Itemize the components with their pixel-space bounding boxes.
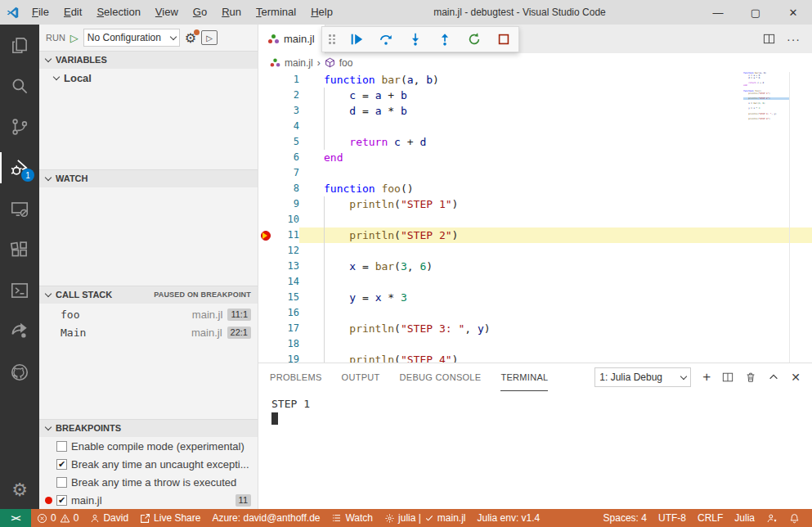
code-line-9[interactable]: 9 println("STEP 1") xyxy=(258,196,812,212)
debug-settings-gear-icon[interactable]: ⚙ xyxy=(185,30,196,46)
breakpoint-checkbox[interactable]: ✔ xyxy=(56,459,67,470)
remote-indicator[interactable]: >< xyxy=(0,509,31,527)
menu-view[interactable]: View xyxy=(148,0,186,25)
activity-github-icon[interactable] xyxy=(0,352,39,393)
tab-main-jl[interactable]: main.jl xyxy=(258,25,325,53)
status-item[interactable]: Watch xyxy=(325,509,379,527)
call-stack-frame[interactable]: Mainmain.jl22:1 xyxy=(39,323,258,341)
breadcrumb[interactable]: main.jl › foo xyxy=(258,53,812,72)
code-line-12[interactable]: 12 xyxy=(258,243,812,259)
editor-scrollbar[interactable] xyxy=(789,72,812,363)
code-line-13[interactable]: 13 x = bar(3, 6) xyxy=(258,259,812,274)
close-button[interactable]: ✕ xyxy=(774,0,812,25)
terminal-output[interactable]: STEP 1 xyxy=(258,391,812,509)
variables-section-header[interactable]: VARIABLES xyxy=(39,51,258,69)
panel-tab-terminal[interactable]: TERMINAL xyxy=(500,363,548,391)
panel-tab-debug-console[interactable]: DEBUG CONSOLE xyxy=(400,363,482,391)
new-terminal-icon[interactable]: + xyxy=(702,369,711,385)
code-line-11[interactable]: 11 println("STEP 2") xyxy=(258,227,812,243)
breadcrumb-file[interactable]: main.jl xyxy=(285,57,313,69)
activity-search-icon[interactable] xyxy=(0,65,39,106)
status-item[interactable] xyxy=(760,509,783,527)
call-stack-section-header[interactable]: CALL STACK PAUSED ON BREAKPOINT xyxy=(39,286,258,304)
code-editor[interactable]: 1function bar(a, b)2 c = a + b3 d = a * … xyxy=(258,72,812,363)
restart-button[interactable] xyxy=(466,31,482,47)
activity-live-share-icon[interactable] xyxy=(0,311,39,352)
status-item[interactable]: Azure: david@anthoff.de xyxy=(206,509,325,527)
activity-extensions-icon[interactable] xyxy=(0,229,39,270)
breakpoint-item[interactable]: ✔Break any time an uncaught excepti... xyxy=(39,455,258,473)
maximize-button[interactable]: ▢ xyxy=(737,0,774,25)
activity-remote-explorer-icon[interactable] xyxy=(0,188,39,229)
menu-selection[interactable]: Selection xyxy=(89,0,147,25)
activity-source-control-icon[interactable] xyxy=(0,106,39,147)
continue-button[interactable] xyxy=(348,31,365,47)
menu-go[interactable]: Go xyxy=(186,0,214,25)
code-line-4[interactable]: 4 xyxy=(258,119,812,134)
breadcrumb-symbol[interactable]: foo xyxy=(339,57,353,69)
breakpoint-item[interactable]: Break any time a throw is executed xyxy=(39,473,258,491)
panel-tab-output[interactable]: OUTPUT xyxy=(342,363,380,391)
kill-terminal-trash-icon[interactable] xyxy=(745,372,756,383)
status-item[interactable]: Live Share xyxy=(134,509,206,527)
status-item[interactable]: CRLF xyxy=(692,509,729,527)
code-line-1[interactable]: 1function bar(a, b) xyxy=(258,72,812,88)
start-debug-icon[interactable]: ▷ xyxy=(70,32,79,44)
debug-config-select[interactable]: No Configuration xyxy=(83,29,180,47)
code-line-19[interactable]: 19 println("STEP 4") xyxy=(258,352,812,363)
code-line-10[interactable]: 10 xyxy=(258,212,812,227)
status-item[interactable]: Julia xyxy=(729,509,760,527)
terminal-select[interactable]: 1: Julia Debug xyxy=(594,367,691,387)
maximize-panel-icon[interactable] xyxy=(768,372,779,383)
breakpoints-section-header[interactable]: BREAKPOINTS xyxy=(39,419,258,437)
menu-terminal[interactable]: Terminal xyxy=(249,0,303,25)
menu-run[interactable]: Run xyxy=(214,0,249,25)
menu-edit[interactable]: Edit xyxy=(56,0,89,25)
code-line-2[interactable]: 2 c = a + b xyxy=(258,88,812,103)
breakpoint-item[interactable]: ✔main.jl11 xyxy=(39,491,258,509)
minimize-button[interactable]: — xyxy=(699,0,737,25)
watch-section-header[interactable]: WATCH xyxy=(39,169,258,187)
step-into-button[interactable] xyxy=(407,31,424,47)
split-terminal-icon[interactable] xyxy=(722,372,733,383)
code-line-15[interactable]: 15 y = x * 3 xyxy=(258,290,812,305)
code-line-17[interactable]: 17 println("STEP 3: ", y) xyxy=(258,321,812,336)
panel-tab-problems[interactable]: PROBLEMS xyxy=(270,363,322,391)
activity-files-icon[interactable] xyxy=(0,25,39,65)
stop-button[interactable] xyxy=(496,31,512,47)
step-over-button[interactable] xyxy=(378,31,394,47)
code-line-5[interactable]: 5 return c + d xyxy=(258,134,812,150)
status-item[interactable]: julia |main.jl xyxy=(379,509,471,527)
activity-terminal-box-icon[interactable] xyxy=(0,270,39,311)
toolbar-drag-handle[interactable] xyxy=(329,34,335,44)
manage-gear-icon[interactable]: ⚙ xyxy=(11,471,28,509)
breakpoint-checkbox[interactable]: ✔ xyxy=(56,495,67,506)
activity-run-debug-icon[interactable]: 1 xyxy=(0,147,39,188)
code-line-18[interactable]: 18 xyxy=(258,336,812,352)
variables-scope-local[interactable]: Local xyxy=(39,69,258,87)
menu-file[interactable]: File xyxy=(25,0,56,25)
status-item[interactable]: UTF-8 xyxy=(653,509,692,527)
code-line-16[interactable]: 16 xyxy=(258,305,812,321)
code-line-7[interactable]: 7 xyxy=(258,165,812,181)
debug-console-icon[interactable]: ▷ xyxy=(201,30,218,45)
status-item[interactable]: David xyxy=(84,509,134,527)
status-item[interactable] xyxy=(783,509,805,527)
code-line-3[interactable]: 3 d = a * b xyxy=(258,103,812,119)
breakpoint-checkbox[interactable] xyxy=(56,441,67,452)
status-item[interactable]: Julia env: v1.4 xyxy=(472,509,546,527)
code-line-6[interactable]: 6end xyxy=(258,150,812,165)
close-panel-icon[interactable]: ✕ xyxy=(791,371,801,384)
call-stack-frame[interactable]: foomain.jl11:1 xyxy=(39,305,258,323)
status-item[interactable]: 00 xyxy=(31,509,84,527)
breakpoint-checkbox[interactable] xyxy=(56,477,67,488)
more-actions-icon[interactable]: ··· xyxy=(787,33,801,46)
split-editor-icon[interactable] xyxy=(763,33,775,45)
code-line-8[interactable]: 8function foo() xyxy=(258,181,812,196)
active-breakpoint-icon[interactable] xyxy=(261,231,271,241)
breakpoint-item[interactable]: Enable compile mode (experimental) xyxy=(39,437,258,455)
code-line-14[interactable]: 14 xyxy=(258,274,812,290)
menu-help[interactable]: Help xyxy=(303,0,340,25)
status-item[interactable]: Spaces: 4 xyxy=(598,509,653,527)
step-out-button[interactable] xyxy=(437,31,453,47)
